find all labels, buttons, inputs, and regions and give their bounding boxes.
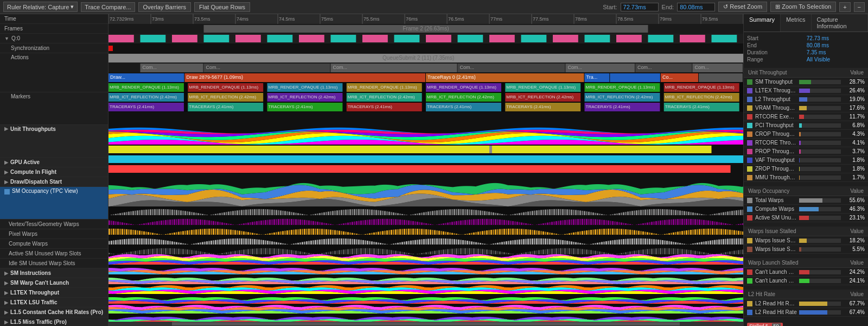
stat-color <box>747 166 752 172</box>
stat-color <box>747 88 752 93</box>
warp-launch-header: Warp Launch Stalled Value <box>744 258 868 268</box>
stat-bar-bg <box>799 97 841 102</box>
end-input[interactable] <box>677 3 715 11</box>
warp-launch-section: Warp Launch Stalled Value Can't Launch C… <box>744 256 868 287</box>
stat-color <box>747 158 752 163</box>
l2-hitrate-section: L2 Hit Rate Value L2 Read Hit Rate from … <box>744 287 868 319</box>
stat-value: 4.1% <box>843 140 865 146</box>
unit-throughput-rows: SM Throughput 28.7% L1TEX Throughput 26.… <box>744 78 868 182</box>
stat-bar <box>799 167 800 171</box>
tab-metrics[interactable]: Metrics <box>781 14 811 32</box>
left-panel: Time Frames ▼ Q:0 Synchronization Action… <box>0 14 108 326</box>
stat-value: 46.3% <box>843 206 865 212</box>
stat-value: 18.2% <box>843 237 865 243</box>
stat-bar <box>799 270 809 274</box>
tab-capture-info[interactable]: Capture Information <box>812 14 868 32</box>
stat-row: Warps Issue Stalled Barrier 5.5% <box>744 245 868 254</box>
stat-row: RTCORE Execute (Pro) 11.7% <box>744 112 868 121</box>
chevron-down-icon: ▾ <box>71 3 74 10</box>
row-l15-const[interactable]: ▶L1.5 Constant Cache Hit Rates (Pro) <box>0 308 108 317</box>
warps-stalled-header: Warps Issue Stalled Value <box>744 227 868 236</box>
start-input[interactable] <box>621 3 659 11</box>
row-unit-throughputs[interactable]: ▶ Unit Throughputs <box>0 125 108 158</box>
row-l1tex[interactable]: ▶L1TEX Throughput <box>0 288 108 298</box>
row-sm-instructions[interactable]: ▶SM Instructions <box>0 268 108 278</box>
stat-row: VRAM Throughput 17.6% <box>744 104 868 112</box>
row-time: Time <box>0 14 108 24</box>
stat-row: Can't Launch CS Register ... 24.2% <box>744 268 868 277</box>
reset-zoom-btn[interactable]: ↺ Reset Zoom <box>718 2 767 12</box>
stat-label: L2 Read Hit Rate from L1TEX <box>755 300 797 306</box>
stat-bar <box>799 216 809 220</box>
stat-value: 67.7% <box>843 300 865 306</box>
flat-queue-btn[interactable]: Flat Queue Rows <box>194 2 250 12</box>
stat-bar <box>799 115 804 119</box>
duration-value: 7.35 ms <box>807 49 865 55</box>
stat-color <box>747 175 752 180</box>
stat-bar <box>799 175 800 180</box>
stat-color <box>747 114 752 120</box>
zoom-out-btn[interactable]: − <box>854 2 865 12</box>
stat-bar-bg <box>799 132 841 136</box>
row-l1tex-lsu[interactable]: ▶L1TEX LSU Traffic <box>0 298 108 308</box>
sm-occupancy-swatch <box>4 189 10 195</box>
unit-throughput-section: Unit Throughput Value SM Throughput 28.7… <box>744 66 868 184</box>
stat-color <box>747 140 752 146</box>
stat-bar <box>799 123 802 128</box>
duration-label: Duration <box>747 49 802 55</box>
stat-label: SM Throughput <box>755 79 797 85</box>
row-l15-miss[interactable]: ▶L1.5 Miss Traffic (Pro) <box>0 317 108 326</box>
stat-value: 17.6% <box>843 105 865 111</box>
row-markers: Markers <box>0 92 108 125</box>
ruler-dropdown[interactable]: Ruler Relative: Capture ▾ <box>3 2 78 12</box>
stat-color <box>747 301 752 306</box>
stat-label: Warps Issue Stalled Barrier <box>755 246 797 252</box>
stat-bar-bg <box>799 279 841 283</box>
row-gpu-active[interactable]: ▶ GPU Active <box>0 158 108 167</box>
stat-bar <box>799 247 801 252</box>
warp-occupancy-section: Warp Occupancy Value Total Warps 55.6% C… <box>744 184 868 224</box>
row-draw-dispatch[interactable]: ▶ Draw/Dispatch Start <box>0 177 108 187</box>
stat-value: 1.7% <box>843 174 865 180</box>
stalled-badge: Stalled 5 50 <box>747 323 783 326</box>
stat-color <box>747 131 752 137</box>
row-frames: Frames <box>0 24 108 34</box>
row-q0[interactable]: ▼ Q:0 <box>0 34 108 43</box>
stat-value: 5.5% <box>843 246 865 252</box>
row-sm-occupancy[interactable]: SM Occupancy (TPC View) <box>0 187 108 220</box>
stat-value: 19.0% <box>843 96 865 102</box>
end-label: End: <box>662 4 674 10</box>
top-toolbar: Ruler Relative: Capture ▾ Trace Compare.… <box>0 0 868 14</box>
end-label: End <box>747 42 802 48</box>
toolbar-left: Ruler Relative: Capture ▾ Trace Compare.… <box>3 2 250 12</box>
stat-bar-bg <box>799 106 841 110</box>
row-compute-flight[interactable]: ▶ Compute In Flight <box>0 167 108 177</box>
start-value: 72.73 ms <box>807 35 865 41</box>
stat-color <box>747 206 752 212</box>
overlay-barriers-btn[interactable]: Overlay Barriers <box>138 2 191 12</box>
stat-value: 4.3% <box>843 131 865 137</box>
stat-bar-bg <box>799 115 841 119</box>
unit-throughput-header: Unit Throughput Value <box>744 68 868 78</box>
stat-color <box>747 149 752 154</box>
stat-bar <box>799 141 801 145</box>
row-sm-warp[interactable]: ▶SM Warp Can't Launch <box>0 278 108 288</box>
right-panel-tabs: Summary Metrics Capture Information <box>744 14 868 32</box>
stat-bar-bg <box>799 123 841 128</box>
stat-row: L1TEX Throughput 26.4% <box>744 86 868 95</box>
row-sync: Synchronization <box>0 43 108 53</box>
stat-bar-bg <box>799 247 841 252</box>
timeline-canvas[interactable] <box>108 14 743 326</box>
zoom-selection-btn[interactable]: ⊞ Zoom To Selection <box>770 2 836 12</box>
zoom-in-btn[interactable]: + <box>839 2 850 12</box>
stat-label: RTCORE Execute (Pro) <box>755 114 797 120</box>
stat-bar-bg <box>799 302 841 306</box>
row-active-unused: Active SM Unused Warp Slots <box>0 249 108 259</box>
stat-row: Warps Issue Stalled Long ... 18.2% <box>744 236 868 245</box>
stat-label: MMU Throughput (Pro) <box>755 174 797 180</box>
tab-summary[interactable]: Summary <box>744 14 781 32</box>
row-idle-unused: Idle SM Unused Warp Slots <box>0 259 108 268</box>
trace-compare-btn[interactable]: Trace Compare... <box>81 2 135 12</box>
stat-value: 28.7% <box>843 79 865 85</box>
center-panel[interactable] <box>108 14 743 326</box>
